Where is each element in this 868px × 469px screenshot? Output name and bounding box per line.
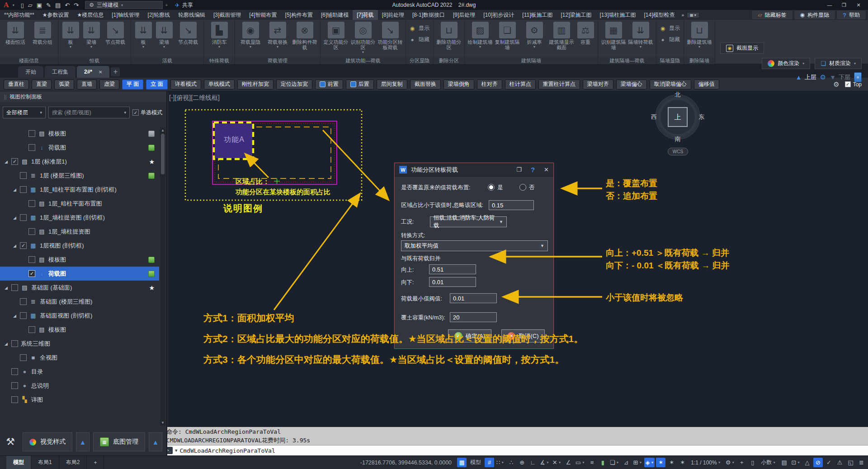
tree-row[interactable]: ▤模板图 bbox=[0, 323, 159, 337]
add-scales-icon[interactable]: + bbox=[737, 458, 746, 467]
tree-checkbox[interactable] bbox=[20, 214, 27, 221]
convert-mode-combo[interactable]: 取加权平均值▼ bbox=[401, 240, 548, 251]
graphics-performance-icon[interactable]: ✓ bbox=[824, 458, 834, 467]
toolbar-button[interactable]: 弧梁 bbox=[54, 80, 74, 89]
tree-row[interactable]: ●总说明 bbox=[0, 379, 159, 393]
ribbon-button[interactable]: ▙消防车▼ bbox=[207, 22, 232, 48]
toolbar-button[interactable]: 重置柱计算点 bbox=[538, 80, 580, 89]
tree-row[interactable]: ●目录 bbox=[0, 365, 159, 379]
merge-down-input[interactable] bbox=[429, 277, 476, 287]
isolate-objects-icon[interactable]: △ bbox=[802, 458, 812, 467]
dialog-copy-icon[interactable]: ❐ bbox=[516, 166, 522, 173]
expand-caret-icon[interactable]: ◢ bbox=[4, 159, 9, 164]
toolbar-button[interactable]: 详看模式 bbox=[170, 80, 201, 89]
toolbar-button[interactable]: 柱计算点 bbox=[505, 80, 536, 89]
menu-overflow-icon[interactable]: » bbox=[682, 13, 684, 18]
override-no-radio[interactable]: 否 bbox=[519, 184, 547, 192]
ribbon-button[interactable]: ⇊板▼ bbox=[134, 22, 153, 48]
menu-tab[interactable]: [12]梁施工图 bbox=[557, 10, 595, 20]
osnap-icon[interactable]: ✕▼ bbox=[552, 458, 562, 467]
expand-caret-icon[interactable]: ◢ bbox=[12, 188, 17, 192]
ribbon-button[interactable]: ⊗删除构件荷载 bbox=[292, 22, 317, 50]
toolbar-button[interactable]: 垂直柱 bbox=[4, 80, 29, 89]
undo-icon[interactable]: ↶ bbox=[65, 2, 70, 8]
bulb-button[interactable]: ◉构件显隐 bbox=[794, 10, 835, 20]
base-map-button[interactable]: ▦ 底图管理 bbox=[93, 432, 145, 451]
save-as-icon[interactable]: ✎ bbox=[46, 2, 51, 8]
tree-checkbox[interactable] bbox=[20, 312, 27, 319]
visual-style-button[interactable]: 视觉样式 bbox=[23, 432, 72, 451]
ribbon-button[interactable]: ⇊板▼ bbox=[61, 22, 80, 48]
tab-close-icon[interactable]: ✕ bbox=[99, 70, 102, 75]
ribbon-button[interactable]: ↘节点荷载 bbox=[103, 22, 128, 45]
view-compass[interactable]: 北 南 西 东 上 bbox=[651, 90, 704, 144]
tree-scrollbar[interactable]: ▲ ▼ bbox=[160, 127, 165, 426]
close-button[interactable]: ✕ bbox=[852, 0, 865, 9]
hardware-accel-icon[interactable]: ⊘ bbox=[813, 458, 823, 467]
search-combo[interactable]: ▾ bbox=[48, 107, 130, 118]
tree-checkbox[interactable] bbox=[11, 284, 18, 291]
dialog-close-icon[interactable]: ✕ bbox=[544, 166, 549, 173]
ribbon-button[interactable]: ▣定义功能分区 bbox=[323, 22, 349, 50]
ribbon-button[interactable]: ≣荷载分组 bbox=[30, 22, 55, 45]
tree-checkbox[interactable] bbox=[11, 340, 18, 347]
ribbon-button[interactable]: ●隐藏 bbox=[659, 36, 680, 43]
paper-model-icon[interactable]: ▦ bbox=[457, 458, 467, 467]
toolbar-button[interactable]: 立 面 bbox=[146, 80, 167, 89]
ribbon-button[interactable]: ⚙折减率▼ bbox=[522, 22, 547, 48]
ribbon-button[interactable]: ⇊梁墙▼ bbox=[155, 22, 174, 48]
material-render-button[interactable]: ❏ 材质渲染 ▾ bbox=[815, 58, 862, 69]
toolbar-button[interactable]: 柱对齐 bbox=[477, 80, 502, 89]
tree-row[interactable]: ▤模板图 bbox=[0, 127, 159, 141]
min-load-input[interactable] bbox=[450, 293, 497, 303]
toolbar-button[interactable]: 平 面 bbox=[122, 80, 143, 89]
menu-tab[interactable]: 轮廓线编辑 bbox=[174, 10, 209, 20]
menu-tab[interactable]: [14]模型检查 bbox=[640, 10, 679, 20]
menu-tab[interactable]: [2]轮廓线 bbox=[144, 10, 174, 20]
drawing-book-icon[interactable]: ≡ bbox=[854, 72, 862, 82]
expand-caret-icon[interactable]: ◢ bbox=[4, 286, 9, 290]
selection-cycling-icon[interactable]: ❏▼ bbox=[609, 458, 620, 467]
print-icon[interactable]: ▤ bbox=[55, 2, 61, 8]
tree-row[interactable]: ◢▦1层_墙柱提资图 (剖切框) bbox=[0, 211, 159, 225]
tree-checkbox[interactable] bbox=[20, 298, 27, 305]
tree-checkbox[interactable] bbox=[28, 130, 35, 137]
file-tab[interactable]: 2#*✕ bbox=[77, 66, 109, 78]
tree-checkbox[interactable]: ✓ bbox=[20, 242, 27, 249]
menu-tab[interactable]: [8-1]数据接口 bbox=[408, 10, 449, 20]
scale-label[interactable]: 1:1 / 100%▼ bbox=[689, 458, 723, 467]
clean-screen-icon[interactable]: ◱ bbox=[846, 458, 855, 467]
toolbar-button[interactable]: 梁墙偏心 bbox=[616, 80, 647, 89]
tree-checkbox[interactable] bbox=[20, 186, 27, 193]
viewport-controls-label[interactable]: [-][俯视][二维线框] bbox=[169, 94, 220, 102]
menu-tab[interactable]: [8]前处理 bbox=[378, 10, 408, 20]
ribbon-button[interactable]: ⚖容重 bbox=[576, 22, 595, 45]
tree-checkbox[interactable] bbox=[28, 228, 35, 235]
ribbon-button[interactable]: ↘节点荷载 bbox=[175, 22, 201, 45]
ribbon-button[interactable]: ❏复制建筑隔墙 bbox=[495, 22, 520, 50]
qat-overflow-icon[interactable]: ≡ bbox=[165, 3, 168, 7]
wcs-button[interactable]: WCS bbox=[668, 148, 688, 155]
tools-icon[interactable]: ⚒ bbox=[2, 436, 19, 448]
menu-tab[interactable]: [1]轴线管理 bbox=[108, 10, 143, 20]
new-file-icon[interactable]: ▯ bbox=[21, 2, 24, 8]
toolbar-button[interactable]: 刚性杆加宽 bbox=[237, 80, 274, 89]
tree-row[interactable]: ▚详图 bbox=[0, 393, 159, 407]
tree-checkbox[interactable] bbox=[28, 326, 35, 333]
workspace-selector[interactable]: ⚙ 三维建模 ▾ bbox=[85, 1, 163, 9]
toolbar-button[interactable]: 定位边加宽 bbox=[276, 80, 312, 89]
floor-filter-select[interactable]: 全部楼层▾ bbox=[3, 107, 46, 118]
ribbon-button[interactable]: ●隐藏 bbox=[409, 36, 429, 43]
new-tab-icon[interactable]: + bbox=[111, 67, 120, 76]
dynamic-ucs-icon[interactable]: ⊞▼ bbox=[632, 458, 643, 467]
menu-tab[interactable]: ★参数设置 bbox=[38, 10, 73, 20]
coordinates-display[interactable]: -172816.7706, 399446.5334, 0.0000 bbox=[360, 460, 452, 466]
dialog-title-bar[interactable]: W 功能分区转板荷载 ❐ ? ✕ bbox=[395, 163, 553, 177]
lineweight-icon[interactable]: ≡ bbox=[587, 458, 597, 467]
tree-row[interactable]: ■全视图 bbox=[0, 351, 159, 365]
menu-tab[interactable]: [6]辅助建模 bbox=[317, 10, 353, 20]
layout-tab[interactable]: + bbox=[87, 456, 104, 469]
layer-settings-gear-icon[interactable]: ⚙ bbox=[820, 73, 826, 81]
tree-checkbox[interactable] bbox=[11, 396, 18, 403]
grid-display-icon[interactable]: # bbox=[485, 458, 494, 467]
